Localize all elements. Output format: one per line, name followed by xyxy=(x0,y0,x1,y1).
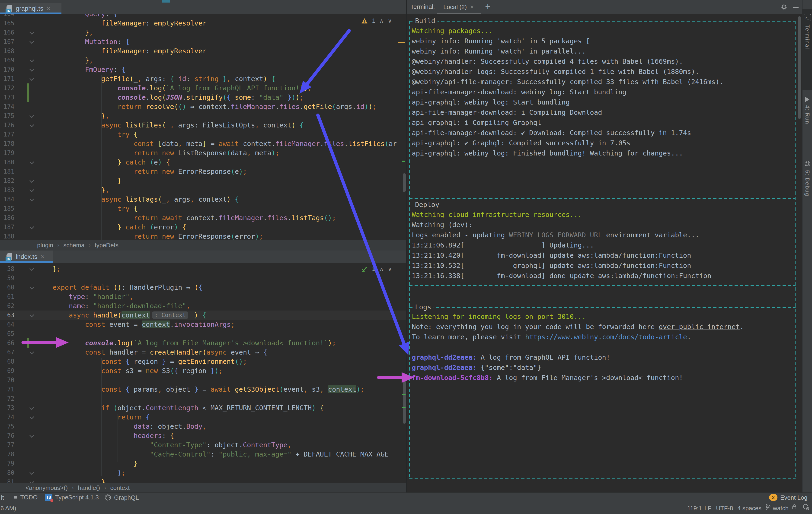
terminal-output[interactable]: Build Deploy Logs Watching packages...we… xyxy=(407,14,802,492)
editor2-scrollbar[interactable] xyxy=(403,377,406,424)
fold-marker-icon[interactable] xyxy=(29,224,34,229)
editor1-scrollbar[interactable] xyxy=(403,173,406,192)
terminal-settings-gear-icon[interactable] xyxy=(780,3,788,12)
event-count-badge: 2 xyxy=(769,494,778,501)
fold-marker-icon[interactable] xyxy=(29,313,34,317)
encoding-widget[interactable]: UTF-8 xyxy=(716,505,733,512)
terminal-line: fm-download-5cfc8b8: A log from File Man… xyxy=(412,373,793,383)
breadcrumb-item[interactable]: handle() xyxy=(78,484,100,491)
terminal-header: Terminal: Local (2) × + xyxy=(407,0,802,14)
line-number: 69 xyxy=(0,366,14,375)
breadcrumb-item[interactable]: schema xyxy=(63,242,84,249)
fold-marker-icon[interactable] xyxy=(29,58,34,62)
tab-label: index.ts xyxy=(16,253,37,261)
typescript-widget[interactable]: TS TypeScript 4.1.3 xyxy=(45,494,99,501)
code-line: 63 async handle(context: Context ) { xyxy=(0,310,407,320)
breadcrumb-item[interactable]: typeDefs xyxy=(95,242,118,249)
gutter-change-bar xyxy=(27,338,29,347)
close-icon[interactable]: × xyxy=(47,5,51,12)
line-number: 171 xyxy=(0,74,14,84)
fold-marker-icon[interactable] xyxy=(29,76,34,81)
vcs-widget-partial[interactable]: it xyxy=(1,494,4,501)
line-number: 74 xyxy=(0,413,14,422)
terminal-line xyxy=(412,342,793,352)
fold-marker-icon[interactable] xyxy=(29,350,34,354)
breadcrumb-item[interactable]: plugin xyxy=(37,242,53,249)
code-line: 178 const [data, meta] = await context.f… xyxy=(0,139,407,148)
inspection-widget[interactable]: 1 ∧ ∨ xyxy=(361,265,392,273)
next-warning-icon[interactable]: ∨ xyxy=(388,18,392,24)
reader-mode-gear-icon[interactable] xyxy=(802,503,810,512)
fold-marker-icon[interactable] xyxy=(29,480,34,483)
prev-warning-icon[interactable]: ∧ xyxy=(380,266,384,272)
fold-marker-icon[interactable] xyxy=(29,433,34,438)
tool-window-strip: >_ Terminal 4: Run 5: Debug xyxy=(802,0,812,492)
terminal-scrollbar[interactable] xyxy=(798,16,801,119)
line-number: 181 xyxy=(0,167,14,176)
line-number: 164 xyxy=(0,14,14,19)
editor-graphql-ts[interactable]: 164 Query: {165 fileManager: emptyResolv… xyxy=(0,14,407,240)
tool-button-debug[interactable]: 5: Debug xyxy=(803,160,812,221)
fold-marker-icon[interactable] xyxy=(29,187,34,192)
terminal-line: graphql-dd2eaea: A log from GraphQL API … xyxy=(412,352,793,362)
line-number: 62 xyxy=(0,301,14,310)
code-line: 168 fileManager: emptyResolver xyxy=(0,47,407,56)
close-icon[interactable]: × xyxy=(470,3,474,11)
new-terminal-button[interactable]: + xyxy=(485,1,490,12)
fold-marker-icon[interactable] xyxy=(29,470,34,475)
editor-index-ts[interactable]: 58};5960export default (): HandlerPlugin… xyxy=(0,263,407,483)
code-line: 80 }; xyxy=(0,468,407,477)
next-warning-icon[interactable]: ∨ xyxy=(388,266,392,272)
fold-marker-icon[interactable] xyxy=(29,113,34,118)
scrollbar-change-mark xyxy=(402,160,405,162)
tool-button-terminal[interactable]: >_ Terminal xyxy=(803,9,812,90)
breadcrumb-separator: › xyxy=(104,485,106,491)
hide-panel-icon[interactable] xyxy=(793,7,799,8)
line-number: 79 xyxy=(0,459,14,468)
fold-marker-icon[interactable] xyxy=(29,160,34,164)
line-number: 165 xyxy=(0,19,14,28)
code-line: 68 const { region } = getEnvironment(); xyxy=(0,357,407,366)
graphql-widget[interactable]: GraphQL xyxy=(104,494,139,501)
lock-icon[interactable] xyxy=(791,503,798,512)
section-title-build: Build xyxy=(413,17,438,25)
prev-warning-icon[interactable]: ∧ xyxy=(380,18,384,24)
fold-marker-icon[interactable] xyxy=(29,67,34,71)
code-line: 171 getFile(_, args: { id: string }, con… xyxy=(0,74,407,84)
todo-widget[interactable]: ≡ TODO xyxy=(13,493,37,502)
code-line: 71 const { params, object } = await getS… xyxy=(0,385,407,394)
line-ending-widget[interactable]: LF xyxy=(704,505,712,512)
branch-name[interactable]: watch xyxy=(773,505,789,512)
tab-graphql-ts[interactable]: TS graphql.ts × xyxy=(0,3,61,14)
fold-marker-icon[interactable] xyxy=(29,405,34,410)
caret-position-widget[interactable]: 119:1 xyxy=(687,505,702,512)
terminal-title: Terminal: xyxy=(410,3,435,10)
fold-marker-icon[interactable] xyxy=(29,197,34,201)
active-tab-underline xyxy=(0,261,53,263)
indent-widget[interactable]: 4 spaces xyxy=(737,505,761,512)
breadcrumb-item[interactable]: context xyxy=(110,484,130,491)
fold-marker-icon[interactable] xyxy=(29,285,34,290)
terminal-link[interactable]: https://www.webiny.com/docs/todo-article xyxy=(525,333,687,341)
fold-marker-icon[interactable] xyxy=(29,178,34,183)
code-line: 188 return new ErrorResponse(error); xyxy=(0,232,407,240)
code-line: 76 headers: { xyxy=(0,431,407,440)
fold-marker-icon[interactable] xyxy=(29,30,34,34)
fold-marker-icon[interactable] xyxy=(29,39,34,44)
tool-button-run[interactable]: 4: Run xyxy=(803,97,812,150)
scrollbar-change-mark xyxy=(402,394,406,395)
inspection-widget[interactable]: 1 ∧ ∨ xyxy=(361,17,392,24)
line-number: 81 xyxy=(0,477,14,483)
gutter-change-bar xyxy=(27,84,29,93)
tab-index-ts[interactable]: TS index.ts × xyxy=(0,250,53,263)
close-icon[interactable]: × xyxy=(40,253,45,260)
fold-marker-icon[interactable] xyxy=(29,123,34,127)
gutter-change-bar xyxy=(27,93,29,102)
fold-marker-icon[interactable] xyxy=(29,266,34,271)
fold-marker-icon[interactable] xyxy=(29,415,34,419)
breadcrumb-item[interactable]: <anonymous>() xyxy=(26,484,68,491)
terminal-tab-local[interactable]: Local (2) × xyxy=(443,3,474,11)
line-number: 80 xyxy=(0,468,14,477)
event-log-widget[interactable]: 2 Event Log xyxy=(769,494,807,501)
git-branch-icon[interactable] xyxy=(765,504,771,512)
